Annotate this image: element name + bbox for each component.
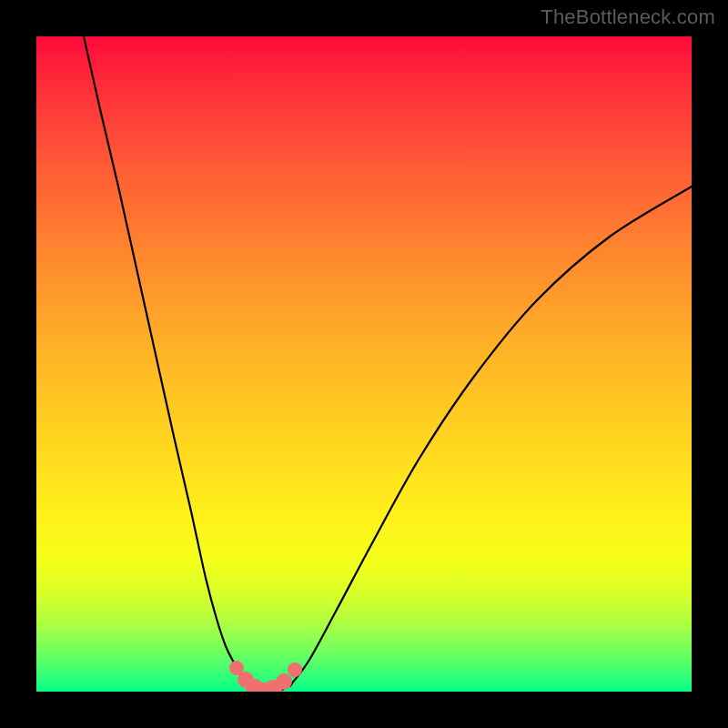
watermark-text: TheBottleneck.com bbox=[541, 5, 715, 29]
chart-frame: TheBottleneck.com bbox=[0, 0, 728, 728]
chart-svg bbox=[36, 36, 692, 692]
valley-marker bbox=[288, 662, 302, 677]
curve-line bbox=[84, 36, 692, 692]
valley-markers bbox=[229, 661, 302, 692]
valley-marker bbox=[276, 673, 292, 690]
plot-area bbox=[36, 36, 692, 692]
